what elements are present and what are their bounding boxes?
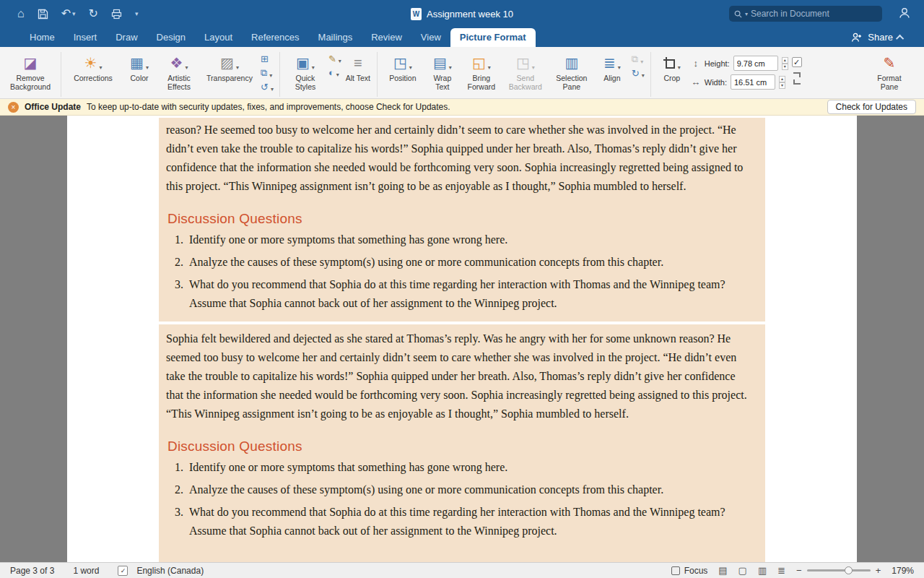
print-layout-view-icon[interactable]: ▤ (718, 565, 727, 576)
page-count-indicator[interactable]: Page 3 of 3 (10, 566, 54, 576)
selection-pane-icon: ▥ (565, 52, 578, 74)
redo-icon[interactable]: ↻ (89, 8, 98, 20)
discussion-questions-heading: Discussion Questions (167, 211, 754, 227)
search-scope-caret-icon[interactable]: ▾ (745, 11, 748, 17)
crop-icon (663, 57, 676, 69)
embedded-picture-2[interactable]: Sophia felt bewildered and dejected as s… (159, 324, 765, 562)
artistic-effects-button[interactable]: ❖▾ Artistic Effects (160, 51, 199, 92)
home-icon[interactable]: ⌂ (17, 8, 25, 20)
tab-mailings[interactable]: Mailings (309, 28, 362, 47)
tab-insert[interactable]: Insert (64, 28, 107, 47)
alt-text-label: Alt Text (346, 74, 370, 82)
question-text: What do you recommend that Sophia do at … (189, 503, 752, 540)
spelling-status-icon[interactable]: ✓ (118, 566, 128, 576)
color-button[interactable]: ▦▾ Color (123, 51, 156, 82)
position-button[interactable]: ◳▾ Position (383, 51, 422, 82)
tab-home[interactable]: Home (20, 28, 64, 47)
send-backward-button[interactable]: ◳▾ Send Backward (504, 51, 547, 92)
share-area[interactable]: Share (851, 32, 904, 47)
discussion-questions-heading: Discussion Questions (167, 439, 754, 454)
bring-forward-button[interactable]: ◱▾ Bring Forward (463, 51, 500, 92)
focus-toggle[interactable]: Focus (671, 566, 708, 576)
picture-tools-small-stack: ⊞ ⧉▾ ↺▾ (261, 51, 274, 92)
tab-design[interactable]: Design (147, 28, 195, 47)
question-number: 1. (167, 458, 183, 477)
notification-message: To keep up-to-date with security updates… (87, 102, 450, 112)
width-input[interactable] (731, 74, 775, 90)
format-pane-button[interactable]: ✎ Format Pane (871, 51, 908, 92)
lock-aspect-ratio-checkbox[interactable]: ✓ (792, 57, 802, 67)
focus-label: Focus (684, 566, 708, 576)
width-label: Width: (705, 78, 727, 87)
share-person-icon (851, 33, 863, 43)
rotate-objects-button[interactable]: ↻▾ (632, 68, 645, 79)
title-bar: ⌂ ↶▾ ↻ ▾ W Assignment week 10 ▾ (0, 0, 924, 27)
aspect-ratio-group: ✓ (792, 51, 802, 85)
tab-layout[interactable]: Layout (195, 28, 242, 47)
zoom-in-icon[interactable]: + (876, 565, 881, 576)
tab-draw[interactable]: Draw (106, 28, 147, 47)
undo-caret-icon: ▾ (72, 11, 76, 17)
wrap-text-icon: ▤ (433, 56, 447, 70)
alt-text-button[interactable]: ≡ Alt Text (345, 51, 371, 82)
height-step-down-icon[interactable]: ▾ (782, 64, 788, 70)
collapse-ribbon-chevron-icon[interactable] (896, 34, 904, 42)
height-stepper[interactable]: ▴▾ (782, 57, 788, 70)
corrections-button[interactable]: ☀▾ Corrections (67, 51, 119, 82)
change-picture-button[interactable]: ⧉▾ (261, 67, 274, 79)
align-button[interactable]: ≣▾ Align (596, 51, 628, 82)
width-step-up-icon[interactable]: ▴ (779, 76, 785, 82)
dropdown-caret-icon: ▾ (236, 65, 239, 74)
picture-border-icon: ✎ (328, 53, 336, 64)
height-step-up-icon[interactable]: ▴ (782, 57, 788, 64)
reset-picture-icon: ↺ (261, 82, 269, 92)
outline-view-icon[interactable]: ▥ (758, 565, 767, 576)
width-stepper[interactable]: ▴▾ (779, 76, 785, 89)
compress-pictures-button[interactable]: ⊞ (261, 53, 274, 64)
selection-pane-button[interactable]: ▥ Selection Pane (551, 51, 593, 92)
tab-references[interactable]: References (242, 28, 308, 47)
language-indicator[interactable]: English (Canada) (136, 566, 204, 576)
web-layout-view-icon[interactable]: ▢ (738, 565, 747, 576)
zoom-out-icon[interactable]: − (796, 565, 802, 576)
height-input[interactable] (733, 56, 778, 71)
picture-effects-button[interactable]: ◐▾ (328, 67, 341, 78)
question-text: Analyze the causes of these symptom(s) u… (189, 480, 663, 499)
height-label: Height: (705, 59, 730, 68)
word-count-indicator[interactable]: 1 word (73, 566, 99, 576)
ribbon-group-separator (61, 52, 61, 97)
width-step-down-icon[interactable]: ▾ (779, 82, 785, 89)
crop-button[interactable]: ▾ Crop (657, 51, 687, 82)
toolbar-options-caret-icon[interactable]: ▾ (135, 11, 139, 17)
group-objects-button[interactable]: ⧉▾ (632, 53, 645, 65)
quick-styles-button[interactable]: ▣▾ Quick Styles (286, 51, 325, 92)
remove-background-button[interactable]: ◪ Remove Background (6, 51, 55, 92)
draft-view-icon[interactable]: ≣ (777, 565, 785, 576)
zoom-slider[interactable] (807, 569, 871, 571)
tab-picture-format[interactable]: Picture Format (450, 28, 536, 47)
tab-review[interactable]: Review (362, 28, 411, 47)
picture-border-button[interactable]: ✎▾ (328, 53, 341, 64)
wrap-text-button[interactable]: ▤▾ Wrap Text (426, 51, 459, 92)
artistic-effects-icon: ❖ (170, 56, 183, 70)
check-for-updates-button[interactable]: Check for Updates (827, 100, 916, 114)
embedded-picture-1[interactable]: reason? He seemed too busy to welcome he… (159, 118, 765, 322)
search-input[interactable] (751, 9, 877, 19)
save-icon[interactable] (38, 9, 48, 20)
zoom-percentage[interactable]: 179% (892, 566, 914, 576)
question-number: 3. (167, 503, 183, 540)
transparency-button[interactable]: ▨▾ Transparency (202, 51, 257, 82)
search-box[interactable]: ▾ (729, 6, 882, 22)
zoom-slider-thumb[interactable] (845, 566, 853, 574)
undo-button[interactable]: ↶▾ (61, 8, 76, 20)
tab-view[interactable]: View (411, 28, 450, 47)
reset-picture-button[interactable]: ↺▾ (261, 82, 274, 92)
quick-styles-label: Quick Styles (286, 74, 325, 92)
account-person-icon[interactable] (898, 7, 911, 22)
question-item: 3. What do you recommend that Sophia do … (167, 503, 754, 540)
undo-icon: ↶ (61, 8, 71, 20)
print-icon[interactable] (111, 9, 122, 20)
dropdown-caret-icon: ▾ (339, 58, 341, 64)
color-label: Color (130, 74, 148, 82)
notification-close-icon[interactable]: × (8, 102, 19, 113)
